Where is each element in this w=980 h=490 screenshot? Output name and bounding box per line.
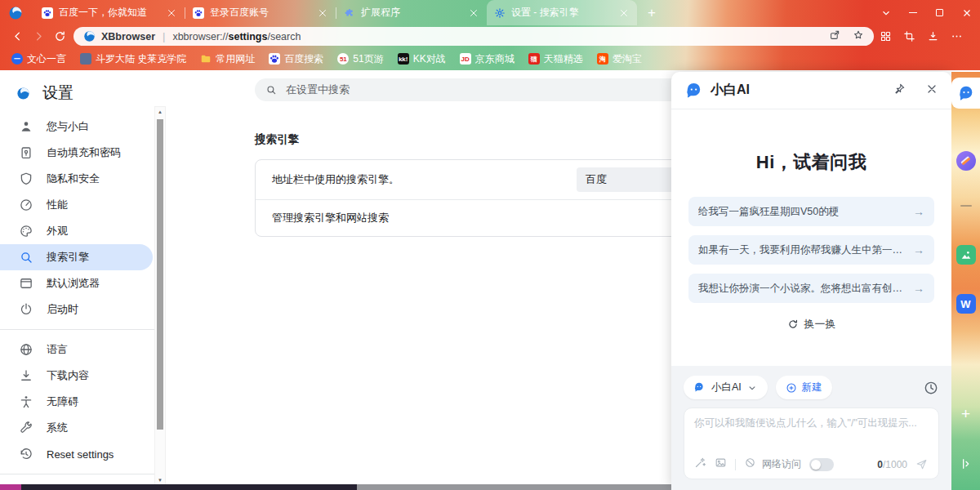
char-counter: 0/1000 bbox=[877, 459, 907, 470]
bookmark-item[interactable]: 常用网址 bbox=[200, 52, 255, 66]
minimize-button[interactable] bbox=[899, 0, 926, 25]
close-window-button[interactable] bbox=[953, 0, 980, 25]
tab-title: 百度一下，你就知道 bbox=[59, 6, 160, 20]
scrollbar-thumb[interactable] bbox=[157, 119, 163, 430]
suggestion-text: 如果有一天，我要利用你帮我赚人生中第一桶金，... bbox=[698, 243, 908, 257]
sidebar-item-reset[interactable]: Reset settings bbox=[0, 441, 153, 467]
new-tab-button[interactable]: + bbox=[642, 3, 662, 23]
browser-tab[interactable]: 登录百度账号 bbox=[185, 0, 336, 25]
back-button[interactable] bbox=[7, 28, 28, 46]
bookmark-item[interactable]: 5151页游 bbox=[337, 52, 383, 66]
dock-add-button[interactable]: + bbox=[961, 405, 970, 423]
close-panel-icon[interactable] bbox=[925, 82, 938, 99]
settings-sidebar: 设置 您与小白自动填充和密码隐私和安全性能外观搜索引擎默认浏览器启动时语言下载内… bbox=[0, 70, 155, 490]
site-favicon bbox=[83, 30, 96, 42]
tab-close-icon[interactable] bbox=[468, 7, 479, 19]
bookmark-item[interactable]: JD京东商城 bbox=[460, 52, 514, 66]
tab-close-icon[interactable] bbox=[166, 7, 177, 19]
ai-suggestion-chip[interactable]: 给我写一篇疯狂星期四V50的梗→ bbox=[688, 197, 934, 226]
apps-grid-icon[interactable] bbox=[874, 28, 898, 46]
sidebar-item-download[interactable]: 下载内容 bbox=[0, 363, 153, 389]
chevron-down-icon bbox=[746, 382, 758, 394]
downloads-icon[interactable] bbox=[921, 28, 945, 46]
tab-close-icon[interactable] bbox=[317, 7, 328, 19]
tab-title: 登录百度账号 bbox=[210, 6, 311, 20]
new-chat-button[interactable]: 新建 bbox=[776, 376, 832, 399]
sidebar-item-accessibility[interactable]: 无障碍 bbox=[0, 389, 153, 415]
window-menu-chevron-icon[interactable] bbox=[872, 0, 899, 25]
screenshot-crop-icon[interactable] bbox=[898, 28, 921, 46]
sidebar-item-person[interactable]: 您与小白 bbox=[0, 114, 153, 140]
tab-close-icon[interactable] bbox=[618, 7, 630, 19]
ai-message-input[interactable]: 你可以和我随便说点儿什么，输入"/"可出现提示... 网络访问 0/1000 bbox=[684, 408, 939, 479]
browser-tab[interactable]: 百度一下，你就知道 bbox=[34, 0, 185, 25]
scroll-down-arrow[interactable]: ▼ bbox=[155, 478, 165, 483]
browser-tab[interactable]: 扩展程序 bbox=[336, 0, 487, 25]
manage-engines-row[interactable]: 管理搜索引擎和网站搜索 bbox=[256, 200, 711, 236]
browser-chrome: 百度一下，你就知道登录百度账号扩展程序设置 - 搜索引擎 + XBbrowser… bbox=[0, 0, 980, 70]
sidebar-item-shield[interactable]: 隐私和安全 bbox=[0, 166, 153, 192]
image-upload-icon[interactable] bbox=[715, 457, 727, 472]
arrow-right-icon: → bbox=[913, 282, 924, 295]
ai-suggestion-chip[interactable]: 我想让你扮演一个小说家。您将想出富有创意且引...→ bbox=[688, 274, 934, 303]
search-icon bbox=[19, 250, 33, 265]
settings-gear-icon bbox=[494, 7, 506, 19]
bookmark-item[interactable]: 一文心一言 bbox=[11, 52, 66, 66]
sidebar-item-search[interactable]: 搜索引擎 bbox=[0, 244, 153, 270]
refresh-suggestions-button[interactable]: 换一换 bbox=[671, 317, 951, 332]
address-bar[interactable]: XBbrowser | xbbrowser://settings/search bbox=[74, 27, 874, 46]
bookmark-favicon bbox=[80, 53, 91, 65]
sidebar-item-speedometer[interactable]: 性能 bbox=[0, 192, 153, 218]
side-dock: W + bbox=[951, 72, 980, 490]
pin-panel-icon[interactable] bbox=[893, 82, 906, 99]
send-message-icon[interactable] bbox=[915, 458, 929, 471]
default-engine-label: 地址栏中使用的搜索引擎。 bbox=[272, 172, 399, 187]
bookmark-item[interactable]: 淘爱淘宝 bbox=[597, 52, 642, 66]
browser-window: 百度一下，你就知道登录百度账号扩展程序设置 - 搜索引擎 + XBbrowser… bbox=[0, 0, 980, 490]
ai-input-area: 小白AI 新建 你可以和我随便说点儿什么，输入"/"可出现提示... 网络访问 bbox=[671, 366, 951, 490]
ai-suggestion-chip[interactable]: 如果有一天，我要利用你帮我赚人生中第一桶金，...→ bbox=[688, 235, 934, 265]
download-icon bbox=[19, 368, 33, 383]
sidebar-item-palette[interactable]: 外观 bbox=[0, 218, 153, 244]
window-controls bbox=[872, 0, 980, 25]
maximize-button[interactable] bbox=[926, 0, 953, 25]
magic-wand-icon[interactable] bbox=[694, 457, 706, 472]
section-title: 搜索引擎 bbox=[255, 132, 712, 147]
reload-button[interactable] bbox=[49, 28, 70, 46]
browser-tab[interactable]: 设置 - 搜索引擎 bbox=[487, 0, 637, 25]
model-selector-pill[interactable]: 小白AI bbox=[684, 376, 768, 399]
bookmark-item[interactable]: 斗罗大陆 史莱克学院 bbox=[80, 52, 186, 66]
bookmark-star-icon[interactable] bbox=[853, 29, 864, 43]
more-menu-icon[interactable] bbox=[945, 28, 969, 46]
bookmark-item[interactable]: kk!KK对战 bbox=[398, 52, 446, 66]
scroll-up-arrow[interactable]: ▲ bbox=[155, 109, 165, 114]
sidebar-item-globe[interactable]: 语言 bbox=[0, 336, 153, 363]
forward-button[interactable] bbox=[28, 28, 49, 46]
folder-icon bbox=[200, 53, 212, 65]
sidebar-item-wrench[interactable]: 系统 bbox=[0, 415, 153, 441]
bookmark-favicon: 一 bbox=[11, 53, 23, 65]
address-separator: | bbox=[163, 30, 165, 42]
dock-expand-button[interactable] bbox=[960, 457, 973, 470]
sidebar-item-browserwin[interactable]: 默认浏览器 bbox=[0, 270, 153, 296]
dock-paint-button[interactable] bbox=[956, 151, 976, 171]
sidebar-item-autofill[interactable]: 自动填充和密码 bbox=[0, 140, 153, 166]
ai-chat-logo-icon bbox=[684, 81, 703, 100]
bookmark-item[interactable]: 猫天猫精选 bbox=[528, 52, 583, 66]
settings-search-placeholder: 在设置中搜索 bbox=[286, 82, 350, 97]
share-icon[interactable] bbox=[829, 29, 840, 43]
history-clock-icon[interactable] bbox=[923, 380, 939, 396]
ai-panel-header: 小白AI bbox=[671, 72, 951, 109]
ai-input-placeholder: 你可以和我随便说点儿什么，输入"/"可出现提示... bbox=[694, 416, 929, 457]
settings-nav: 您与小白自动填充和密码隐私和安全性能外观搜索引擎默认浏览器启动时语言下载内容无障… bbox=[0, 114, 155, 490]
sidebar-item-power[interactable]: 启动时 bbox=[0, 296, 153, 323]
dock-image-tool-button[interactable] bbox=[956, 245, 976, 265]
dock-wps-button[interactable]: W bbox=[956, 294, 976, 314]
dock-ai-chat-button[interactable] bbox=[951, 78, 980, 109]
bookmark-label: 常用网址 bbox=[216, 52, 255, 66]
bookmark-item[interactable]: 百度搜索 bbox=[269, 52, 323, 66]
page-scrollbar[interactable]: ▲ ▼ bbox=[154, 106, 166, 486]
globe-icon bbox=[19, 342, 33, 357]
network-access-toggle[interactable] bbox=[809, 458, 834, 471]
baidu-favicon bbox=[193, 7, 204, 19]
